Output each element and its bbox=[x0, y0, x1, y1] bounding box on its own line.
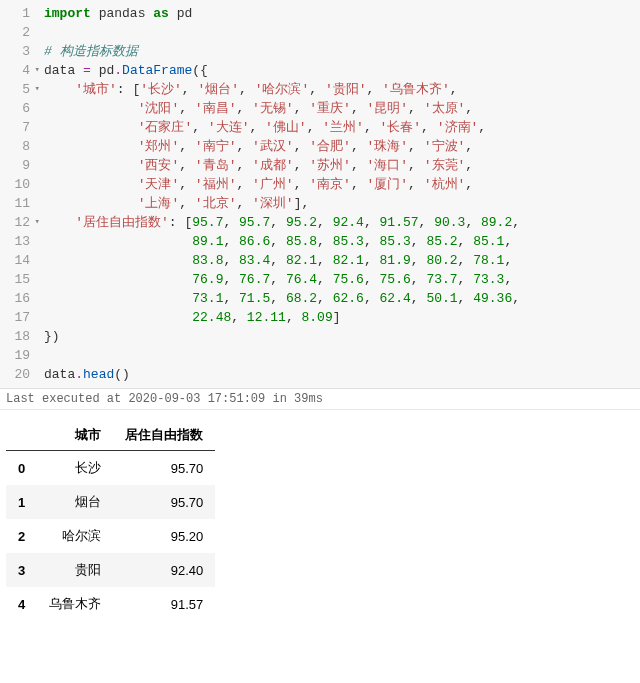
table-row: 3贵阳92.40 bbox=[6, 553, 215, 587]
cell-value: 91.57 bbox=[113, 587, 215, 621]
number-literal: 71.5 bbox=[239, 291, 270, 306]
number-literal: 50.1 bbox=[426, 291, 457, 306]
row-index: 1 bbox=[6, 485, 37, 519]
output-area: 城市 居住自由指数 0长沙95.701烟台95.702哈尔滨95.203贵阳92… bbox=[0, 410, 640, 631]
number-literal: 75.6 bbox=[380, 272, 411, 287]
number-literal: 76.4 bbox=[286, 272, 317, 287]
cell-value: 92.40 bbox=[113, 553, 215, 587]
string-literal: '大连' bbox=[208, 120, 250, 135]
number-literal: 86.6 bbox=[239, 234, 270, 249]
number-literal: 95.7 bbox=[239, 215, 270, 230]
number-literal: 85.3 bbox=[333, 234, 364, 249]
string-literal: '济南' bbox=[437, 120, 479, 135]
string-literal: '武汉' bbox=[252, 139, 294, 154]
row-index: 4 bbox=[6, 587, 37, 621]
number-literal: 81.9 bbox=[380, 253, 411, 268]
number-literal: 80.2 bbox=[426, 253, 457, 268]
string-literal: '无锡' bbox=[252, 101, 294, 116]
number-literal: 83.4 bbox=[239, 253, 270, 268]
string-literal: '佛山' bbox=[265, 120, 307, 135]
string-literal: '西安' bbox=[138, 158, 180, 173]
number-literal: 91.57 bbox=[380, 215, 419, 230]
dataframe-table: 城市 居住自由指数 0长沙95.701烟台95.702哈尔滨95.203贵阳92… bbox=[6, 420, 215, 621]
col-header-index: 居住自由指数 bbox=[113, 420, 215, 451]
string-literal: '石家庄' bbox=[138, 120, 193, 135]
string-literal: '深圳' bbox=[252, 196, 294, 211]
number-literal: 85.1 bbox=[473, 234, 504, 249]
row-index: 0 bbox=[6, 451, 37, 486]
number-literal: 78.1 bbox=[473, 253, 504, 268]
string-literal: '东莞' bbox=[424, 158, 466, 173]
col-header-city: 城市 bbox=[37, 420, 113, 451]
cell-value: 95.70 bbox=[113, 451, 215, 486]
number-literal: 76.9 bbox=[192, 272, 223, 287]
number-literal: 89.1 bbox=[192, 234, 223, 249]
table-row: 1烟台95.70 bbox=[6, 485, 215, 519]
number-literal: 73.1 bbox=[192, 291, 223, 306]
string-literal: '郑州' bbox=[138, 139, 180, 154]
string-literal: '南昌' bbox=[195, 101, 237, 116]
string-literal: '兰州' bbox=[322, 120, 364, 135]
string-literal: '沈阳' bbox=[138, 101, 180, 116]
row-index: 3 bbox=[6, 553, 37, 587]
number-literal: 62.4 bbox=[380, 291, 411, 306]
string-literal: '成都' bbox=[252, 158, 294, 173]
execution-status: Last executed at 2020-09-03 17:51:09 in … bbox=[0, 389, 640, 410]
string-literal: '长春' bbox=[380, 120, 422, 135]
string-literal: '上海' bbox=[138, 196, 180, 211]
kw-import: import bbox=[44, 6, 91, 21]
string-literal: '哈尔滨' bbox=[255, 82, 310, 97]
string-literal: '乌鲁木齐' bbox=[382, 82, 450, 97]
number-literal: 85.3 bbox=[380, 234, 411, 249]
table-row: 4乌鲁木齐91.57 bbox=[6, 587, 215, 621]
string-literal: '广州' bbox=[252, 177, 294, 192]
number-literal: 83.8 bbox=[192, 253, 223, 268]
string-literal: '合肥' bbox=[309, 139, 351, 154]
string-literal: '昆明' bbox=[367, 101, 409, 116]
number-literal: 82.1 bbox=[333, 253, 364, 268]
string-literal: '青岛' bbox=[195, 158, 237, 173]
string-literal: '宁波' bbox=[424, 139, 466, 154]
number-literal: 85.8 bbox=[286, 234, 317, 249]
string-literal: '南京' bbox=[309, 177, 351, 192]
string-literal: '南宁' bbox=[195, 139, 237, 154]
number-literal: 90.3 bbox=[434, 215, 465, 230]
table-row: 2哈尔滨95.20 bbox=[6, 519, 215, 553]
code-editor[interactable]: import pandas as pd # 构造指标数据 data = pd.D… bbox=[38, 0, 526, 388]
string-literal: '烟台' bbox=[197, 82, 239, 97]
number-literal: 12.11 bbox=[247, 310, 286, 325]
string-literal: '北京' bbox=[195, 196, 237, 211]
row-index: 2 bbox=[6, 519, 37, 553]
cell-city: 哈尔滨 bbox=[37, 519, 113, 553]
number-literal: 68.2 bbox=[286, 291, 317, 306]
cell-city: 乌鲁木齐 bbox=[37, 587, 113, 621]
number-literal: 73.3 bbox=[473, 272, 504, 287]
code-cell[interactable]: 1 2 3 4 5 6 7 8 9 10 11 12 13 14 15 16 1… bbox=[0, 0, 640, 389]
number-literal: 82.1 bbox=[286, 253, 317, 268]
number-literal: 75.6 bbox=[333, 272, 364, 287]
string-literal: '重庆' bbox=[309, 101, 351, 116]
table-row: 0长沙95.70 bbox=[6, 451, 215, 486]
number-literal: 92.4 bbox=[333, 215, 364, 230]
string-literal: '天津' bbox=[138, 177, 180, 192]
cell-value: 95.20 bbox=[113, 519, 215, 553]
number-literal: 76.7 bbox=[239, 272, 270, 287]
string-literal: '贵阳' bbox=[325, 82, 367, 97]
number-literal: 85.2 bbox=[426, 234, 457, 249]
string-literal: '太原' bbox=[424, 101, 466, 116]
string-literal: '杭州' bbox=[424, 177, 466, 192]
line-number-gutter: 1 2 3 4 5 6 7 8 9 10 11 12 13 14 15 16 1… bbox=[0, 0, 38, 388]
string-literal: '长沙' bbox=[140, 82, 182, 97]
number-literal: 22.48 bbox=[192, 310, 231, 325]
number-literal: 62.6 bbox=[333, 291, 364, 306]
string-literal: '苏州' bbox=[309, 158, 351, 173]
number-literal: 73.7 bbox=[426, 272, 457, 287]
number-literal: 89.2 bbox=[481, 215, 512, 230]
number-literal: 49.36 bbox=[473, 291, 512, 306]
string-literal: '厦门' bbox=[367, 177, 409, 192]
cell-city: 烟台 bbox=[37, 485, 113, 519]
table-header-row: 城市 居住自由指数 bbox=[6, 420, 215, 451]
string-literal: '福州' bbox=[195, 177, 237, 192]
index-header bbox=[6, 420, 37, 451]
string-literal: '珠海' bbox=[367, 139, 409, 154]
